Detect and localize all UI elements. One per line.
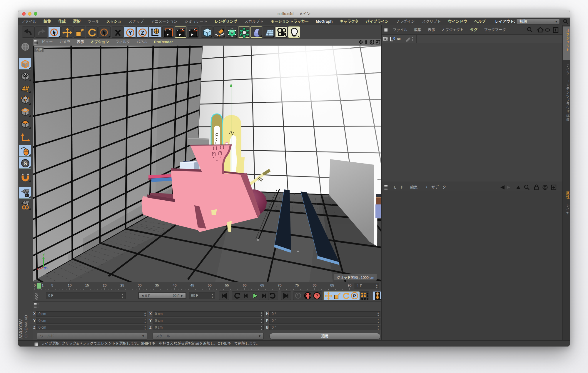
svg-text:80: 80 [313,284,317,287]
svg-text:?: ? [315,293,318,298]
svg-text:75: 75 [295,284,299,287]
svg-text:P: P [353,293,356,298]
svg-text:20: 20 [103,284,107,287]
svg-text:10: 10 [68,284,72,287]
svg-text:0: 0 [34,284,36,287]
svg-text:65: 65 [260,284,264,287]
svg-text:5: 5 [51,284,53,287]
svg-text:1: 1 [42,284,44,287]
svg-text:30: 30 [138,284,142,287]
svg-text:85: 85 [330,284,334,287]
svg-text:90: 90 [348,284,352,287]
svg-text:Z: Z [141,30,144,36]
svg-text:70: 70 [278,284,282,287]
svg-text:Y: Y [43,253,45,257]
svg-text:15: 15 [85,284,89,287]
svg-text:45: 45 [191,284,194,287]
svg-text:0: 0 [393,36,395,41]
svg-text:S: S [24,161,27,166]
svg-text:40: 40 [173,284,177,287]
svg-text:50: 50 [208,284,212,287]
svg-text:55: 55 [225,284,229,287]
svg-text:Z: Z [44,267,46,271]
svg-text:25: 25 [121,284,124,287]
svg-text:X: X [36,267,39,271]
svg-text:all: all [397,37,401,41]
svg-text:35: 35 [155,284,159,287]
svg-text:Y: Y [128,30,132,36]
svg-text:60: 60 [243,284,247,287]
